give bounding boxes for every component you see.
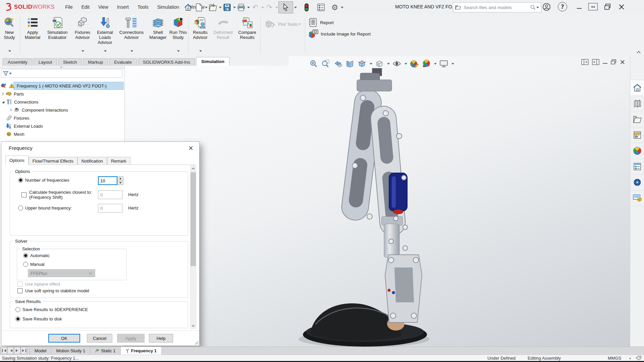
dialog-tab-remark[interactable]: Remark [107,157,130,165]
print-caret[interactable] [247,7,250,10]
dialog-tab-options[interactable]: Options [5,156,29,165]
traffic-light-icon[interactable] [302,2,312,12]
connections-advisor-caret[interactable] [130,50,133,53]
open-icon[interactable] [208,2,218,12]
tab-solidworks-add-ins[interactable]: SOLIDWORKS Add-Ins [138,58,195,66]
3d-model-prosthetic-leg[interactable] [288,67,443,350]
tree-row-fixtures[interactable]: Fixtures [0,114,124,122]
include-image-for-report-button[interactable]: Include Image for Report [309,28,371,40]
scroll-down-icon[interactable] [191,323,196,328]
expander-collapsed-icon[interactable] [9,108,12,112]
search-caret[interactable] [536,7,539,10]
options-list-icon[interactable] [316,2,326,12]
pane-right-icon[interactable] [592,59,599,65]
dialog-tab-notification[interactable]: Notification [77,157,107,165]
doc-restore-icon[interactable] [611,59,616,65]
tree-row-connections[interactable]: Connections [0,98,124,106]
tab-layout[interactable]: Layout [34,58,57,66]
edit-appearance-icon[interactable] [409,59,419,68]
tab-model[interactable]: Model [30,347,51,355]
task-pane-home-tab[interactable] [630,80,644,96]
results-advisor-caret[interactable] [199,50,202,53]
tab-static-1[interactable]: Static 1 [90,347,120,355]
display-style-caret[interactable] [387,63,390,66]
compare-results-button[interactable]: ? Compare Results [235,14,259,55]
new-study-caret[interactable] [8,50,11,53]
search-box[interactable] [453,2,541,12]
tab-sketch[interactable]: Sketch [58,58,82,66]
view-settings-icon[interactable] [439,59,449,68]
help-icon[interactable]: ? [557,1,568,12]
tree-row-mesh[interactable]: Mesh [0,130,124,138]
pane-left-icon[interactable] [581,59,589,65]
open-caret[interactable] [219,7,222,10]
task-pane-design-library-tab[interactable] [630,96,644,112]
select-tool-caret[interactable] [294,7,297,10]
home-icon[interactable] [183,2,193,12]
new-document-caret[interactable] [205,7,208,10]
shell-manager-button[interactable]: Shell Manager [147,14,169,55]
tree-filter-bar[interactable] [1,69,122,78]
scroll-up-icon[interactable] [191,166,196,171]
view-orientation-caret[interactable] [370,63,372,66]
expander-collapsed-icon[interactable] [1,92,4,96]
tree-row-component-interactions[interactable]: Component Interactions [0,106,124,114]
spinner-up-icon[interactable] [117,177,123,181]
units-caret-icon[interactable]: ▴ [629,356,631,360]
help-button[interactable]: Help [149,334,173,343]
external-loads-advisor-button[interactable]: External Loads Advisor [94,14,116,55]
external-loads-advisor-caret[interactable] [104,50,107,53]
tab-scroll-prev-icon[interactable] [7,347,14,354]
dialog-close-icon[interactable]: × [186,143,196,153]
tab-scroll-first-icon[interactable] [1,347,7,354]
number-of-frequencies-input[interactable] [98,176,117,185]
account-icon[interactable] [541,1,552,12]
menu-insert[interactable]: Insert [113,0,133,14]
print-icon[interactable] [236,2,246,12]
tab-evaluate[interactable]: Evaluate [109,58,137,66]
connections-advisor-button[interactable]: Connections Advisor [116,14,147,55]
tree-row-parts[interactable]: Parts [0,90,124,98]
apply-material-button[interactable]: Apply Material [22,14,43,55]
spinner-down-icon[interactable] [117,181,123,185]
tab-simulation[interactable]: Simulation [196,57,229,66]
menu-view[interactable]: View [94,0,113,14]
save-3dexperience-radio[interactable] [15,307,20,312]
resize-grip[interactable] [194,340,199,345]
results-advisor-button[interactable]: Results Advisor [190,14,211,55]
display-style-icon[interactable] [374,59,384,68]
task-pane-custom-properties-tab[interactable] [630,159,644,175]
switch-monitor-icon[interactable]: ↔ [588,3,598,10]
tab-frequency-1[interactable]: Frequency 1 [121,347,162,355]
expander-expanded-icon[interactable] [1,100,5,104]
zoom-to-fit-icon[interactable] [309,59,319,68]
tab-assembly[interactable]: Assembly [3,58,33,66]
filter-caret[interactable] [9,73,12,76]
automatic-radio[interactable] [23,253,28,258]
close-icon[interactable]: × [616,1,627,12]
new-study-button[interactable]: New Study [0,14,19,55]
hide-show-items-icon[interactable] [392,59,402,68]
number-of-frequencies-spinner[interactable] [117,176,123,185]
zoom-to-area-icon[interactable] [321,59,331,68]
tab-scroll-next-icon[interactable] [14,347,20,354]
view-settings-caret[interactable] [451,63,454,66]
menu-simulation[interactable]: Simulation [153,0,183,14]
previous-view-icon[interactable] [333,59,343,68]
simulation-evaluator-button[interactable]: Simulation Evaluator [43,14,71,55]
run-this-study-button[interactable]: Run This Study [169,14,187,55]
manual-radio[interactable] [23,262,28,267]
task-pane-forum-tab[interactable] [630,175,644,190]
task-pane-view-palette-tab[interactable] [630,127,644,143]
doc-close-icon[interactable]: × [620,59,626,65]
tree-row-external-loads[interactable]: External Loads [0,122,124,130]
scrollbar-thumb[interactable] [191,172,196,266]
hide-show-caret[interactable] [405,63,407,66]
fixtures-advisor-button[interactable]: Fixtures Advisor [71,14,94,55]
gear-settings-icon[interactable]: ⚙ [330,2,340,12]
report-button[interactable]: Report [309,17,371,28]
select-tool-icon[interactable] [278,1,293,13]
tree-root-row[interactable]: Frequency 1 (-MOTO KNEE AND VF2 FOOT-) [0,82,124,90]
doc-minimize-icon[interactable] [603,63,607,64]
apply-scene-caret[interactable] [434,63,437,66]
